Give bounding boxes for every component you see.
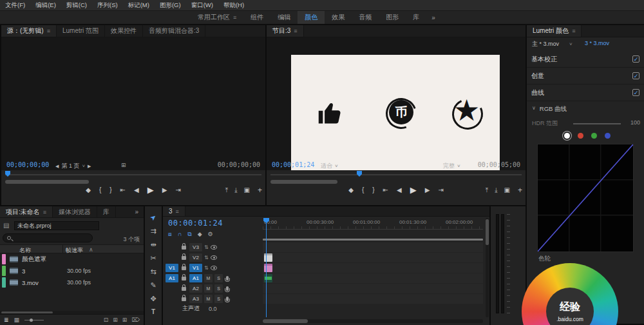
scrollbar-handle[interactable]: [1, 311, 53, 313]
source-playhead[interactable]: [5, 171, 10, 177]
mute-button[interactable]: M: [204, 274, 213, 282]
solo-button[interactable]: S: [214, 274, 223, 282]
go-to-in-icon[interactable]: ⇤: [120, 186, 126, 193]
find-button[interactable]: ⊞: [113, 317, 118, 323]
lock-icon[interactable]: [182, 277, 186, 281]
mic-icon[interactable]: [226, 276, 229, 281]
mark-in-icon[interactable]: {: [99, 186, 101, 193]
list-item-sequence-3[interactable]: 3 30.00 fps: [0, 265, 144, 277]
track-select-tool[interactable]: ⇉: [145, 225, 162, 237]
mute-button[interactable]: M: [204, 284, 213, 293]
master-clip-selector[interactable]: 主 * 3.mov: [532, 40, 559, 48]
tab-libraries[interactable]: 库: [97, 206, 116, 217]
menu-clip[interactable]: 剪辑(C): [61, 1, 92, 10]
mark-in-icon[interactable]: {: [362, 186, 364, 193]
workspace-tab-assembly[interactable]: 常用工作区 ≡: [191, 11, 243, 24]
hdr-range-value[interactable]: 100: [630, 119, 640, 126]
export-frame-button[interactable]: ▣: [504, 186, 510, 194]
channel-green-dot[interactable]: [591, 133, 597, 139]
button-editor-plus[interactable]: +: [258, 186, 262, 195]
track-target-v1[interactable]: V1: [189, 264, 202, 272]
panel-menu-icon[interactable]: ≡: [294, 28, 297, 34]
clip-video-3mov[interactable]: [264, 264, 272, 272]
panel-menu-icon[interactable]: ≡: [47, 28, 50, 34]
hdr-range-slider[interactable]: [573, 123, 621, 124]
hamburger-icon[interactable]: ≡: [233, 14, 236, 21]
lock-icon[interactable]: [182, 246, 186, 250]
workspace-overflow-button[interactable]: »: [426, 11, 440, 24]
master-volume-value[interactable]: 0.0: [209, 306, 217, 312]
workspace-tab-libraries[interactable]: 库: [406, 11, 426, 24]
mark-out-icon[interactable]: }: [109, 186, 111, 193]
timeline-vscrollbar[interactable]: [486, 218, 489, 317]
timeline-settings-icon[interactable]: ⚙: [208, 231, 213, 238]
track-a2-lane[interactable]: [263, 284, 483, 293]
solo-button[interactable]: S: [214, 284, 223, 293]
clip-color-matte[interactable]: [264, 253, 272, 262]
label-color-chip[interactable]: [2, 266, 6, 276]
track-v2-lane[interactable]: [263, 253, 483, 262]
resolution-dropdown[interactable]: 完整 ˅: [443, 162, 460, 170]
lock-icon[interactable]: [182, 287, 186, 291]
panel-overflow-button[interactable]: »: [129, 206, 144, 217]
work-area-bar[interactable]: [263, 239, 483, 241]
section-checkbox[interactable]: ✓: [632, 89, 639, 96]
color-wheels-label[interactable]: 色轮: [538, 255, 551, 263]
workspace-tab-components[interactable]: 组件: [243, 11, 270, 24]
panel-menu-icon[interactable]: ≡: [176, 208, 179, 215]
source-patch-empty[interactable]: [166, 295, 178, 303]
lumetri-section-basic[interactable]: 基本校正 ✓: [527, 51, 644, 68]
insert-overwrite-nest-icon[interactable]: ⧈: [168, 231, 172, 238]
mark-out-icon[interactable]: }: [372, 186, 374, 193]
program-playhead[interactable]: [357, 171, 362, 177]
hand-tool[interactable]: ✥: [145, 293, 162, 304]
snap-icon[interactable]: ∩: [178, 231, 182, 238]
lock-icon[interactable]: [182, 256, 186, 260]
go-to-in-icon[interactable]: ⇤: [383, 186, 388, 193]
panel-menu-icon[interactable]: ≡: [572, 28, 575, 34]
step-forward-icon[interactable]: ▶: [162, 186, 167, 193]
workspace-tab-effects[interactable]: 效果: [325, 11, 352, 24]
razor-tool[interactable]: ✂: [145, 252, 162, 264]
add-marker-icon[interactable]: ◆: [86, 186, 91, 193]
insert-button[interactable]: ⤒: [225, 186, 228, 194]
source-patch-v1[interactable]: V1: [166, 264, 178, 272]
tab-sequence-3[interactable]: 3 ≡: [163, 206, 185, 216]
step-back-icon[interactable]: ◀: [134, 186, 139, 193]
lock-icon[interactable]: [182, 266, 186, 270]
tab-media-browser[interactable]: 媒体浏览器: [53, 206, 97, 217]
clip-audio-3mov[interactable]: [264, 274, 272, 282]
channel-white-dot[interactable]: [564, 133, 570, 139]
button-editor-plus[interactable]: +: [518, 186, 522, 195]
export-frame-button[interactable]: ▣: [244, 186, 250, 194]
section-checkbox[interactable]: ✓: [632, 55, 639, 63]
mic-icon[interactable]: [226, 297, 229, 301]
icon-view-button[interactable]: ▦: [14, 317, 20, 323]
track-output-eye-icon[interactable]: [211, 255, 217, 260]
track-output-eye-icon[interactable]: [211, 245, 217, 250]
go-to-out-icon[interactable]: ⇥: [175, 186, 180, 193]
list-item-color-matte[interactable]: 颜色遮罩: [0, 253, 144, 265]
slip-tool[interactable]: ⇆: [145, 266, 162, 277]
add-marker-icon[interactable]: ◆: [348, 186, 354, 193]
selection-tool[interactable]: ➤: [145, 212, 162, 223]
step-forward-icon[interactable]: ▶: [425, 186, 430, 193]
mute-button[interactable]: M: [204, 295, 213, 303]
next-page-icon[interactable]: ▶: [88, 164, 91, 169]
overwrite-button[interactable]: ⤓: [234, 186, 237, 194]
project-list-header[interactable]: 名称 帧速率 ∧: [0, 244, 144, 253]
program-zoom-scrollbar[interactable]: [270, 180, 337, 184]
program-scrubber[interactable]: [270, 174, 522, 175]
track-a1-lane[interactable]: [263, 273, 483, 283]
lumetri-section-curves[interactable]: 曲线 ✓: [527, 84, 644, 101]
track-v1-lane[interactable]: [263, 263, 483, 273]
track-target-v2[interactable]: V2: [189, 253, 202, 262]
project-search-input[interactable]: [3, 233, 93, 242]
fit-dropdown[interactable]: 适合 ˅: [321, 162, 338, 170]
menu-file[interactable]: 文件(F): [0, 1, 30, 10]
rgb-curve-editor[interactable]: [537, 144, 634, 252]
type-tool[interactable]: T: [145, 306, 162, 318]
menu-window[interactable]: 窗口(W): [186, 1, 218, 10]
track-output-eye-icon[interactable]: [211, 266, 217, 270]
channel-blue-dot[interactable]: [605, 133, 611, 139]
